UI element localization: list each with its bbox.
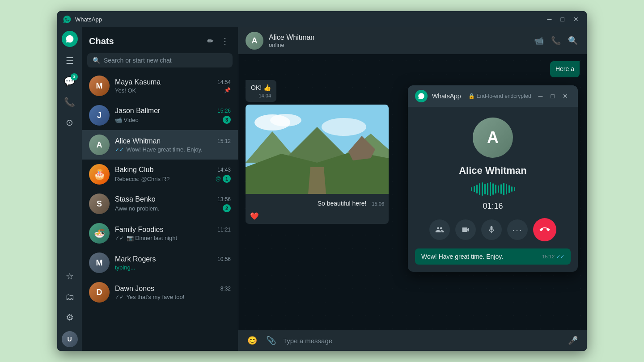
search-input[interactable] [104,57,227,64]
call-maximize-button[interactable]: □ [548,92,557,101]
chat-list-title: Chats [89,36,114,46]
chat-time: 10:56 [217,256,231,262]
svg-point-3 [322,118,366,136]
sidebar-item-archive[interactable]: 🗂 [61,288,79,306]
sidebar-item-menu[interactable]: ☰ [61,52,79,70]
chat-name: Stasa Benko [115,195,156,203]
avatar: M [89,253,110,273]
message-time: 14:04 [258,93,271,98]
chat-preview: ✓✓ Yes that's my fave too! [115,294,231,300]
chat-preview: ✓✓ Wow! Have great time. Enjoy. [115,146,231,153]
maximize-button[interactable]: □ [558,15,567,24]
message-caption: So beautiful here! [318,199,367,208]
titlebar-controls: ─ □ ✕ [545,15,581,24]
sidebar-item-status[interactable]: ⊙ [61,114,79,131]
main-chat-area: A Alice Whitman online 📹 📞 🔍 Here a [238,27,587,351]
more-options-button[interactable]: ··· [507,219,528,240]
chat-list-header: Chats ✏ ⋮ [82,27,238,51]
pin-icon: 📌 [224,87,231,93]
list-item[interactable]: 🍜 Family Foodies 11:21 ✓✓ 📷 Dinner last … [82,219,238,248]
voice-call-button[interactable]: 📞 [549,34,563,47]
chat-header: A Alice Whitman online 📹 📞 🔍 [238,27,587,54]
close-button[interactable]: ✕ [571,15,581,24]
call-minimize-button[interactable]: ─ [536,92,546,101]
chat-name: Family Foodies [115,226,163,234]
call-last-message: Wow! Have great time. Enjoy. 15:12 ✓✓ [415,248,571,265]
chat-time: 15:12 [217,138,231,144]
chat-preview: Yes! OK [115,87,224,94]
chat-list: M Maya Kasuma 14:54 Yes! OK 📌 [82,71,238,351]
chat-time: 8:32 [220,286,231,292]
app-body: ☰ 💬 3 📞 ⊙ ☆ 🗂 ⚙ U [57,27,587,351]
call-message-time: 15:12 [542,254,555,259]
list-item[interactable]: M Maya Kasuma 14:54 Yes! OK 📌 [82,71,238,101]
chat-list-actions: ✏ ⋮ [205,34,231,48]
contact-avatar[interactable]: A [246,32,263,50]
new-chat-button[interactable]: ✏ [205,34,216,48]
end-call-button[interactable] [533,218,556,241]
sidebar-item-calls[interactable]: 📞 [61,93,79,111]
chat-preview: 📹 Video [115,117,223,123]
sidebar-whatsapp-logo [62,31,78,47]
chat-time: 13:56 [217,196,231,202]
unread-badge: 2 [223,204,231,212]
video-toggle-button[interactable] [455,219,476,240]
unread-badge: 3 [223,116,231,124]
call-contact-avatar: A [473,118,513,158]
avatar: S [89,194,110,214]
video-call-button[interactable]: 📹 [532,34,546,47]
emoji-button[interactable]: 😊 [246,334,259,347]
search-bar: 🔍 [87,53,233,67]
voice-message-button[interactable]: 🎤 [566,334,580,347]
message-input[interactable] [283,337,561,345]
attachment-button[interactable]: 📎 [264,334,278,347]
search-button[interactable]: 🔍 [566,34,580,47]
chat-time: 15:26 [217,108,231,114]
minimize-button[interactable]: ─ [545,15,555,24]
sidebar-item-starred[interactable]: ☆ [61,267,79,285]
whatsapp-logo-icon [63,15,72,24]
message-bubble: OK! 👍 14:04 [246,80,276,102]
titlebar-app-name: WhatsApp [75,16,545,23]
chat-preview: Rebecca: @Chris R? [115,176,216,182]
chat-time: 14:54 [217,79,231,85]
chat-name: Mark Rogers [115,255,156,263]
call-waveform [471,182,515,196]
call-overlay-controls: ─ □ ✕ [536,92,571,101]
call-encrypt-label: 🔒 End-to-end endcrypted [468,93,531,99]
call-body: A Alice Whitman [408,107,578,272]
chat-menu-button[interactable]: ⋮ [219,34,231,48]
svg-point-2 [270,114,301,126]
list-item[interactable]: S Stasa Benko 13:56 Aww no problem. 2 [82,189,238,219]
call-overlay-header: WhatsApp 🔒 End-to-end endcrypted ─ □ ✕ [408,85,578,107]
sidebar-item-settings[interactable]: ⚙ [61,308,79,326]
chat-name: Alice Whitman [115,137,161,145]
chat-name: Maya Kasuma [115,78,161,86]
sidebar-item-chats[interactable]: 💬 3 [61,72,79,90]
chat-preview: ✓✓ 📷 Dinner last night [115,235,231,241]
sidebar-user-avatar[interactable]: U [62,331,78,347]
unread-badge: 1 [223,175,231,183]
call-close-button[interactable]: ✕ [560,92,571,101]
list-item[interactable]: 🎂 Baking Club 14:43 Rebecca: @Chris R? @… [82,160,238,189]
list-item[interactable]: A Alice Whitman 15:12 ✓✓ Wow! Have great… [82,130,238,160]
chat-name: Baking Club [115,166,153,174]
contact-name: Alice Whitman [269,34,527,42]
call-overlay-title: WhatsApp [432,93,464,100]
chat-list-panel: Chats ✏ ⋮ 🔍 M Maya Kasuma [82,27,238,351]
call-contact-name: Alice Whitman [459,165,527,177]
call-message-text: Wow! Have great time. Enjoy. [421,253,503,260]
list-item[interactable]: M Mark Rogers 10:56 typing... [82,248,238,278]
mute-button[interactable] [481,219,502,240]
message-time: 15:06 [372,201,384,206]
svg-marker-8 [308,167,326,194]
call-whatsapp-logo [415,90,428,102]
list-item[interactable]: D Dawn Jones 8:32 ✓✓ Yes that's my fave … [82,278,238,307]
app-window: WhatsApp ─ □ ✕ ☰ 💬 3 📞 [57,11,587,351]
avatar: 🍜 [89,223,110,244]
avatar: J [89,105,110,126]
avatar: A [89,135,110,155]
list-item[interactable]: J Jason Ballmer 15:26 📹 Video 3 [82,101,238,130]
search-icon: 🔍 [93,57,100,64]
add-person-button[interactable] [429,219,450,240]
